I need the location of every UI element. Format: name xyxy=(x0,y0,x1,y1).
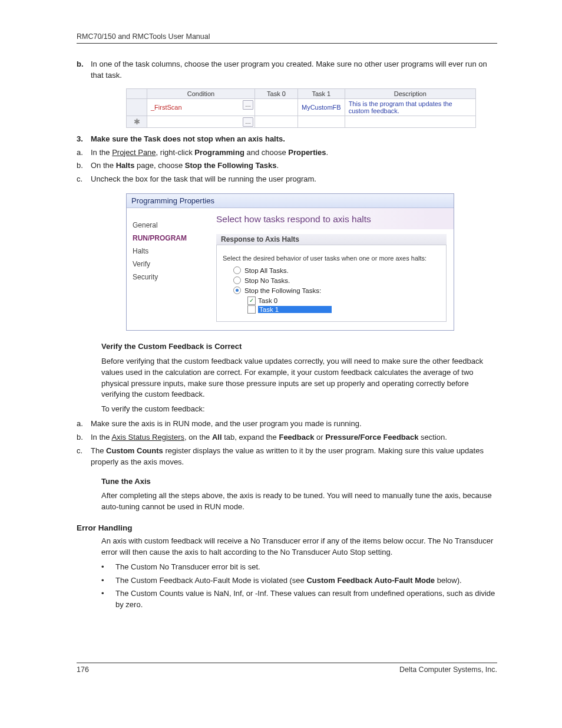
condition-value: _FirstScan xyxy=(151,104,182,111)
checkbox-icon xyxy=(247,297,256,305)
body-text: The Custom Counts register displays the … xyxy=(91,446,497,468)
radio-icon xyxy=(233,286,241,294)
table-row[interactable]: ✱ … xyxy=(127,116,476,127)
task-table: Condition Task 0 Task 1 Description _Fir… xyxy=(126,88,476,128)
table-header: Task 1 xyxy=(298,88,345,98)
groupbox-legend: Response to Axis Halts xyxy=(216,234,447,245)
list-marker: b. xyxy=(77,432,91,443)
footer-rule xyxy=(77,663,497,663)
task1-cell[interactable] xyxy=(298,116,345,127)
body-text: After completing all the steps above, th… xyxy=(101,490,497,513)
check-task1[interactable]: Task 1 xyxy=(247,305,440,314)
body-text: The Custom Feedback Auto-Fault Mode is v… xyxy=(115,575,497,587)
axis-status-link[interactable]: Axis Status Registers xyxy=(111,433,184,442)
table-header: Description xyxy=(345,88,475,98)
body-text: In the Project Pane, right-click Program… xyxy=(91,147,497,159)
checkbox-icon xyxy=(247,305,256,314)
nav-item-verify[interactable]: Verify xyxy=(133,260,203,268)
table-row[interactable]: _FirstScan … MyCustomFB This is the prog… xyxy=(127,98,476,116)
list-marker: b. xyxy=(77,160,91,172)
task0-cell[interactable] xyxy=(255,116,298,127)
radio-label: Stop the Following Tasks: xyxy=(244,287,321,294)
row-handle xyxy=(127,98,147,116)
table-header: Task 0 xyxy=(255,88,298,98)
body-text: Before verifying that the custom feedbac… xyxy=(101,356,497,400)
body-text: On the Halts page, choose Stop the Follo… xyxy=(91,160,497,172)
tune-heading: Tune the Axis xyxy=(101,477,151,486)
body-text: Uncheck the box for the task that will b… xyxy=(91,174,497,185)
page-header: RMC70/150 and RMCTools User Manual xyxy=(77,32,497,41)
list-marker: c. xyxy=(77,446,91,468)
bullet-icon: • xyxy=(101,562,115,573)
error-handling-heading: Error Handling xyxy=(77,523,497,532)
nav-item-runprogram[interactable]: RUN/PROGRAM xyxy=(133,234,203,242)
ellipsis-button[interactable]: … xyxy=(243,100,253,110)
verify-heading: Verify the Custom Feedback is Correct xyxy=(101,342,242,351)
programming-properties-dialog: Programming Properties General RUN/PROGR… xyxy=(126,193,454,331)
bullet-icon: • xyxy=(101,588,115,611)
nav-item-general[interactable]: General xyxy=(133,221,203,229)
ellipsis-button[interactable]: … xyxy=(243,117,253,127)
table-header xyxy=(127,88,147,98)
body-text: An axis with custom feedback will receiv… xyxy=(101,536,497,558)
check-label: Task 0 xyxy=(258,297,277,304)
header-rule xyxy=(77,43,497,44)
body-text: To verify the custom feedback: xyxy=(101,404,497,415)
table-header: Condition xyxy=(147,88,255,98)
bullet-icon: • xyxy=(101,575,115,587)
body-text: In the Axis Status Registers, on the All… xyxy=(91,432,497,443)
dialog-title: Programming Properties xyxy=(127,194,454,208)
radio-stop-none[interactable]: Stop No Tasks. xyxy=(233,276,440,284)
list-marker: a. xyxy=(77,419,91,430)
body-text: Make sure the axis is in RUN mode, and t… xyxy=(91,419,497,430)
radio-label: Stop All Tasks. xyxy=(244,267,289,274)
new-row-icon: ✱ xyxy=(127,116,147,127)
radio-label: Stop No Tasks. xyxy=(244,277,290,284)
nav-item-halts[interactable]: Halts xyxy=(133,247,203,255)
body-text: Make sure the Task does not stop when an… xyxy=(91,134,497,145)
description-cell[interactable] xyxy=(345,116,475,127)
task0-cell[interactable] xyxy=(255,98,298,116)
check-label: Task 1 xyxy=(258,306,332,313)
radio-icon xyxy=(233,276,241,284)
task1-cell[interactable]: MyCustomFB xyxy=(298,98,345,116)
radio-icon xyxy=(233,266,241,274)
condition-cell[interactable]: … xyxy=(147,116,255,127)
page-number: 176 xyxy=(77,666,89,674)
condition-cell[interactable]: _FirstScan … xyxy=(147,98,255,116)
body-text: In one of the task columns, choose the u… xyxy=(91,59,497,81)
radio-stop-following[interactable]: Stop the Following Tasks: xyxy=(233,286,440,294)
nav-item-security[interactable]: Security xyxy=(133,273,203,281)
body-text: The Custom No Transducer error bit is se… xyxy=(115,562,497,573)
body-text: The Custom Counts value is NaN, Inf, or … xyxy=(115,588,497,611)
radio-stop-all[interactable]: Stop All Tasks. xyxy=(233,266,440,274)
description-cell[interactable]: This is the program that updates the cus… xyxy=(345,98,475,116)
list-marker: 3. xyxy=(77,134,91,145)
dialog-section-title: Select how tasks respond to axis halts xyxy=(209,208,454,229)
dialog-nav: General RUN/PROGRAM Halts Verify Securit… xyxy=(127,208,209,330)
check-task0[interactable]: Task 0 xyxy=(247,297,440,305)
project-pane-link[interactable]: Project Pane xyxy=(112,148,156,157)
list-marker: b. xyxy=(77,59,91,81)
list-marker: a. xyxy=(77,147,91,159)
list-marker: c. xyxy=(77,174,91,185)
footer-company: Delta Computer Systems, Inc. xyxy=(399,666,497,674)
response-groupbox: Response to Axis Halts Select the desire… xyxy=(216,234,447,322)
groupbox-intro: Select the desired behavior of user task… xyxy=(223,255,440,262)
